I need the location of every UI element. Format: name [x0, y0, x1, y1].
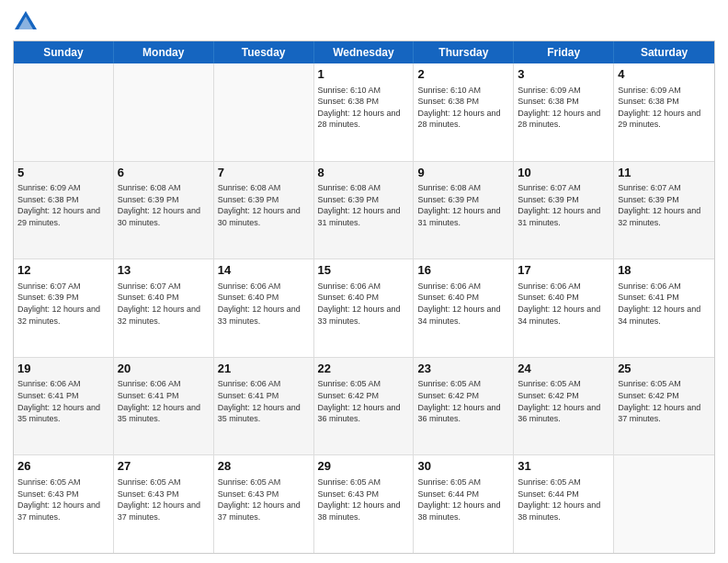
calendar-cell: 8Sunrise: 6:08 AMSunset: 6:39 PMDaylight… [314, 162, 415, 259]
sun-info: Sunrise: 6:06 AMSunset: 6:41 PMDaylight:… [218, 378, 310, 424]
sun-info: Sunrise: 6:07 AMSunset: 6:39 PMDaylight:… [17, 281, 109, 327]
calendar-week-5: 26Sunrise: 6:05 AMSunset: 6:43 PMDayligh… [14, 455, 714, 553]
calendar-cell: 15Sunrise: 6:06 AMSunset: 6:40 PMDayligh… [314, 259, 415, 357]
day-number: 5 [17, 165, 109, 181]
sun-info: Sunrise: 6:05 AMSunset: 6:44 PMDaylight:… [417, 477, 509, 523]
calendar-week-3: 12Sunrise: 6:07 AMSunset: 6:39 PMDayligh… [14, 259, 714, 358]
day-number: 4 [618, 66, 711, 83]
sun-info: Sunrise: 6:06 AMSunset: 6:40 PMDaylight:… [318, 281, 410, 327]
calendar-week-1: 1Sunrise: 6:10 AMSunset: 6:38 PMDaylight… [14, 63, 714, 162]
day-number: 29 [318, 458, 410, 475]
day-number: 27 [118, 458, 210, 475]
day-number: 15 [318, 262, 410, 279]
day-of-week-monday: Monday [114, 41, 214, 63]
calendar-cell [114, 63, 214, 161]
sun-info: Sunrise: 6:06 AMSunset: 6:41 PMDaylight:… [618, 281, 711, 327]
calendar-cell: 10Sunrise: 6:07 AMSunset: 6:39 PMDayligh… [514, 162, 614, 259]
day-number: 13 [118, 262, 210, 279]
day-number: 31 [518, 458, 609, 475]
day-number: 18 [618, 262, 711, 279]
calendar-cell: 17Sunrise: 6:06 AMSunset: 6:40 PMDayligh… [514, 259, 614, 357]
calendar-cell: 20Sunrise: 6:06 AMSunset: 6:41 PMDayligh… [114, 358, 214, 455]
sun-info: Sunrise: 6:09 AMSunset: 6:38 PMDaylight:… [618, 85, 711, 131]
day-number: 10 [518, 165, 609, 181]
sun-info: Sunrise: 6:05 AMSunset: 6:43 PMDaylight:… [17, 477, 109, 523]
day-number: 14 [218, 262, 310, 279]
calendar-cell: 21Sunrise: 6:06 AMSunset: 6:41 PMDayligh… [214, 358, 314, 455]
day-of-week-tuesday: Tuesday [214, 41, 314, 63]
calendar-cell: 25Sunrise: 6:05 AMSunset: 6:42 PMDayligh… [614, 358, 714, 455]
calendar-cell: 19Sunrise: 6:06 AMSunset: 6:41 PMDayligh… [14, 358, 114, 455]
calendar-week-2: 5Sunrise: 6:09 AMSunset: 6:38 PMDaylight… [14, 162, 714, 260]
sun-info: Sunrise: 6:06 AMSunset: 6:40 PMDaylight:… [518, 281, 609, 327]
calendar-cell: 18Sunrise: 6:06 AMSunset: 6:41 PMDayligh… [614, 259, 714, 357]
day-number: 19 [17, 361, 109, 377]
calendar-cell: 31Sunrise: 6:05 AMSunset: 6:44 PMDayligh… [514, 455, 614, 553]
day-number: 6 [118, 165, 210, 181]
sun-info: Sunrise: 6:08 AMSunset: 6:39 PMDaylight:… [318, 182, 410, 228]
day-of-week-wednesday: Wednesday [314, 41, 415, 63]
sun-info: Sunrise: 6:06 AMSunset: 6:41 PMDaylight:… [17, 378, 109, 424]
calendar-cell: 12Sunrise: 6:07 AMSunset: 6:39 PMDayligh… [14, 259, 114, 357]
sun-info: Sunrise: 6:08 AMSunset: 6:39 PMDaylight:… [118, 182, 210, 228]
day-number: 25 [618, 361, 711, 377]
calendar: SundayMondayTuesdayWednesdayThursdayFrid… [13, 40, 715, 554]
calendar-cell: 9Sunrise: 6:08 AMSunset: 6:39 PMDaylight… [414, 162, 514, 259]
day-of-week-sunday: Sunday [14, 41, 114, 63]
sun-info: Sunrise: 6:05 AMSunset: 6:43 PMDaylight:… [118, 477, 210, 523]
calendar-header: SundayMondayTuesdayWednesdayThursdayFrid… [14, 41, 714, 63]
day-number: 22 [318, 361, 410, 377]
sun-info: Sunrise: 6:05 AMSunset: 6:43 PMDaylight:… [318, 477, 410, 523]
sun-info: Sunrise: 6:06 AMSunset: 6:40 PMDaylight:… [218, 281, 310, 327]
day-number: 3 [518, 66, 609, 83]
calendar-cell: 5Sunrise: 6:09 AMSunset: 6:38 PMDaylight… [14, 162, 114, 259]
calendar-cell: 26Sunrise: 6:05 AMSunset: 6:43 PMDayligh… [14, 455, 114, 553]
calendar-cell: 30Sunrise: 6:05 AMSunset: 6:44 PMDayligh… [414, 455, 514, 553]
calendar-body: 1Sunrise: 6:10 AMSunset: 6:38 PMDaylight… [14, 63, 714, 553]
day-number: 8 [318, 165, 410, 181]
calendar-cell: 6Sunrise: 6:08 AMSunset: 6:39 PMDaylight… [114, 162, 214, 259]
calendar-cell: 13Sunrise: 6:07 AMSunset: 6:40 PMDayligh… [114, 259, 214, 357]
day-number: 7 [218, 165, 310, 181]
calendar-cell [614, 455, 714, 553]
calendar-week-4: 19Sunrise: 6:06 AMSunset: 6:41 PMDayligh… [14, 358, 714, 456]
sun-info: Sunrise: 6:07 AMSunset: 6:39 PMDaylight:… [518, 182, 609, 228]
day-number: 17 [518, 262, 609, 279]
calendar-cell: 22Sunrise: 6:05 AMSunset: 6:42 PMDayligh… [314, 358, 415, 455]
sun-info: Sunrise: 6:05 AMSunset: 6:42 PMDaylight:… [518, 378, 609, 424]
day-number: 24 [518, 361, 609, 377]
sun-info: Sunrise: 6:10 AMSunset: 6:38 PMDaylight:… [417, 85, 509, 131]
sun-info: Sunrise: 6:10 AMSunset: 6:38 PMDaylight:… [318, 85, 410, 131]
calendar-cell: 4Sunrise: 6:09 AMSunset: 6:38 PMDaylight… [614, 63, 714, 161]
calendar-cell [214, 63, 314, 161]
day-of-week-thursday: Thursday [414, 41, 514, 63]
day-number: 30 [417, 458, 509, 475]
calendar-cell: 14Sunrise: 6:06 AMSunset: 6:40 PMDayligh… [214, 259, 314, 357]
sun-info: Sunrise: 6:05 AMSunset: 6:42 PMDaylight:… [618, 378, 711, 424]
sun-info: Sunrise: 6:05 AMSunset: 6:43 PMDaylight:… [218, 477, 310, 523]
sun-info: Sunrise: 6:07 AMSunset: 6:40 PMDaylight:… [118, 281, 210, 327]
calendar-cell: 23Sunrise: 6:05 AMSunset: 6:42 PMDayligh… [414, 358, 514, 455]
sun-info: Sunrise: 6:08 AMSunset: 6:39 PMDaylight:… [417, 182, 509, 228]
sun-info: Sunrise: 6:05 AMSunset: 6:42 PMDaylight:… [318, 378, 410, 424]
day-number: 20 [118, 361, 210, 377]
day-number: 11 [618, 165, 711, 181]
day-number: 12 [17, 262, 109, 279]
day-number: 16 [417, 262, 509, 279]
calendar-cell: 28Sunrise: 6:05 AMSunset: 6:43 PMDayligh… [214, 455, 314, 553]
calendar-cell: 11Sunrise: 6:07 AMSunset: 6:39 PMDayligh… [614, 162, 714, 259]
calendar-cell: 1Sunrise: 6:10 AMSunset: 6:38 PMDaylight… [314, 63, 415, 161]
calendar-cell: 2Sunrise: 6:10 AMSunset: 6:38 PMDaylight… [414, 63, 514, 161]
sun-info: Sunrise: 6:06 AMSunset: 6:41 PMDaylight:… [118, 378, 210, 424]
day-of-week-saturday: Saturday [614, 41, 714, 63]
day-number: 1 [318, 66, 410, 83]
calendar-cell: 3Sunrise: 6:09 AMSunset: 6:38 PMDaylight… [514, 63, 614, 161]
calendar-cell: 7Sunrise: 6:08 AMSunset: 6:39 PMDaylight… [214, 162, 314, 259]
calendar-cell: 29Sunrise: 6:05 AMSunset: 6:43 PMDayligh… [314, 455, 415, 553]
day-number: 26 [17, 458, 109, 475]
logo [13, 9, 42, 35]
day-number: 28 [218, 458, 310, 475]
sun-info: Sunrise: 6:09 AMSunset: 6:38 PMDaylight:… [518, 85, 609, 131]
sun-info: Sunrise: 6:05 AMSunset: 6:42 PMDaylight:… [417, 378, 509, 424]
calendar-cell [14, 63, 114, 161]
